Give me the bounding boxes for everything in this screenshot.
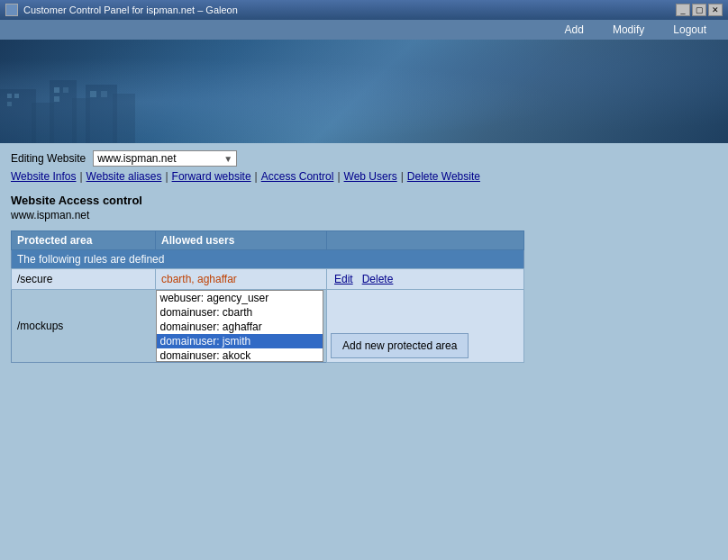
table-info-row: The following rules are defined (12, 250, 524, 269)
nav-web-users[interactable]: Web Users (344, 170, 397, 183)
list-item[interactable]: domainuser: jsmith (157, 334, 323, 348)
svg-rect-5 (113, 94, 135, 143)
table-row-mockups: /mockups webuser: agency_user domainuser… (12, 290, 524, 363)
svg-rect-11 (54, 96, 59, 102)
banner (0, 40, 728, 143)
window-title: Customer Control Panel for ispman.net – … (23, 5, 238, 15)
mockup-area-cell: /mockups (12, 290, 156, 363)
secure-actions: Edit Delete (331, 271, 520, 287)
nav-website-aliases[interactable]: Website aliases (86, 170, 162, 183)
access-control-table: Protected area Allowed users The followi… (11, 230, 524, 363)
list-item[interactable]: domainuser: akock (157, 348, 323, 362)
add-new-protected-area-button[interactable]: Add new protected area (331, 333, 469, 358)
menu-add[interactable]: Add (551, 22, 598, 38)
nav-sep-4: | (337, 170, 340, 183)
website-select[interactable]: www.ispman.net ▼ (93, 150, 237, 167)
nav-website-infos[interactable]: Website Infos (11, 170, 76, 183)
page-subheading: www.ispman.net (11, 209, 717, 221)
header-actions (327, 231, 524, 250)
table-header-row: Protected area Allowed users (12, 231, 524, 250)
nav-access-control[interactable]: Access Control (261, 170, 334, 183)
menu-logout[interactable]: Logout (659, 22, 721, 38)
banner-buildings (0, 71, 728, 143)
title-area: Customer Control Panel for ispman.net – … (5, 4, 238, 16)
close-button[interactable]: ✕ (708, 4, 723, 16)
maximize-button[interactable]: ▢ (692, 4, 706, 16)
list-item[interactable]: domainuser: cbarth (157, 305, 323, 320)
user-listbox[interactable]: webuser: agency_user domainuser: cbarth … (156, 290, 323, 362)
rule-area-secure: /secure (12, 269, 156, 290)
svg-rect-6 (7, 94, 12, 98)
editing-label: Editing Website (11, 152, 86, 165)
menu-modify[interactable]: Modify (598, 22, 659, 38)
list-item[interactable]: domainuser: aghaffar (157, 320, 323, 334)
window-titlebar: Customer Control Panel for ispman.net – … (0, 0, 728, 20)
svg-rect-9 (54, 87, 59, 93)
nav-sep-1: | (79, 170, 82, 183)
editing-website-row: Editing Website www.ispman.net ▼ (11, 150, 717, 167)
svg-rect-8 (7, 102, 12, 106)
rule-actions-secure: Edit Delete (327, 269, 524, 290)
edit-secure-link[interactable]: Edit (331, 271, 357, 287)
nav-sep-5: | (401, 170, 404, 183)
page-heading: Website Access control (11, 194, 717, 207)
svg-rect-10 (63, 87, 68, 93)
app-icon (5, 4, 18, 16)
svg-rect-7 (14, 94, 19, 98)
minimize-button[interactable]: _ (676, 4, 690, 16)
info-row-text: The following rules are defined (12, 250, 524, 269)
list-item[interactable]: webuser: agency_user (157, 291, 323, 305)
nav-forward-website[interactable]: Forward website (172, 170, 251, 183)
rule-users-secure: cbarth, aghaffar (156, 269, 327, 290)
header-allowed-users: Allowed users (156, 231, 327, 250)
website-select-value: www.ispman.net (97, 152, 176, 165)
nav-links: Website Infos | Website aliases | Forwar… (11, 170, 717, 183)
mockup-actions-cell: Add new protected area (327, 290, 524, 363)
menubar: Add Modify Logout (0, 20, 728, 40)
content-area: Editing Website www.ispman.net ▼ Website… (0, 143, 728, 370)
window-controls[interactable]: _ ▢ ✕ (676, 4, 723, 16)
svg-rect-12 (90, 91, 96, 97)
svg-rect-13 (101, 91, 107, 97)
nav-delete-website[interactable]: Delete Website (407, 170, 480, 183)
mockup-users-cell: webuser: agency_user domainuser: cbarth … (156, 290, 327, 363)
chevron-down-icon: ▼ (223, 154, 232, 164)
delete-secure-link[interactable]: Delete (359, 271, 397, 287)
nav-sep-3: | (255, 170, 258, 183)
header-protected-area: Protected area (12, 231, 156, 250)
table-row: /secure cbarth, aghaffar Edit Delete (12, 269, 524, 290)
nav-sep-2: | (165, 170, 168, 183)
